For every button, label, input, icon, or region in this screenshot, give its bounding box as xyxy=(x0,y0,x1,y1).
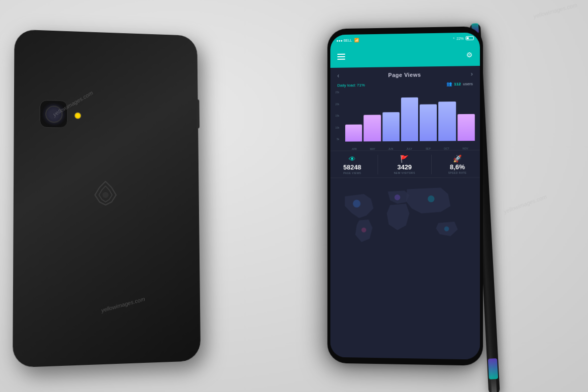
page-views-title: Page Views xyxy=(388,72,421,78)
speed-rate-metric-label: SPEED RATE xyxy=(448,171,467,174)
metric-divider-2 xyxy=(431,155,432,174)
users-icon: 👥 xyxy=(446,81,452,86)
x-label-oct: OCT xyxy=(444,147,449,150)
app-content: ‹ Page Views › Daily load: 71% 👥 112 use… xyxy=(330,66,480,360)
bar-group-may xyxy=(364,93,381,142)
stylus-bottom-accent xyxy=(488,358,498,379)
metrics-row: 👁 58248 PAGE VIEWS 🚩 3429 NEW VISITORS 🚀… xyxy=(330,150,480,178)
bar-sep xyxy=(420,105,437,141)
page-views-prev-button[interactable]: ‹ xyxy=(337,72,339,79)
watermark-text-1: yellowimages.com xyxy=(533,2,578,20)
chart-bars-area xyxy=(345,91,475,141)
watermark-text-3: yellowimages.com xyxy=(503,193,548,215)
camera-lens xyxy=(40,100,68,128)
phone-side-stripe xyxy=(197,100,200,129)
battery-fill xyxy=(467,37,469,39)
svg-point-2 xyxy=(395,194,400,200)
svg-point-1 xyxy=(353,200,360,208)
battery-percent: 22% xyxy=(456,37,463,40)
users-count-stat: 👥 112 users xyxy=(446,81,472,86)
page-views-header: ‹ Page Views › xyxy=(330,66,480,82)
hamburger-line-1 xyxy=(337,54,345,55)
status-left: ●●● BELL 📶 xyxy=(336,38,359,43)
hamburger-line-3 xyxy=(337,59,345,60)
bar-group-sep xyxy=(420,92,437,141)
metric-divider-1 xyxy=(377,155,378,174)
x-label-sep: SEP xyxy=(426,147,431,150)
settings-gear-icon[interactable]: ⚙ xyxy=(466,51,473,59)
chart-y-labels: 25k 20k 15k 10k 5k xyxy=(335,90,339,140)
phone-front: ●●● BELL 📶 * 22% ⚙ ‹ xyxy=(327,26,483,365)
users-label: users xyxy=(463,81,473,86)
phone-back xyxy=(13,29,201,367)
x-label-apr: APR xyxy=(352,147,357,150)
world-map-section xyxy=(330,178,480,259)
status-right: * 22% xyxy=(453,36,474,41)
x-label-july: JULY xyxy=(407,147,413,150)
flag-icon: 🚩 xyxy=(400,155,409,163)
new-visitors-value: 3429 xyxy=(397,164,412,170)
daily-load-label: Daily load: xyxy=(337,83,356,87)
svg-point-0 xyxy=(103,192,109,198)
users-value: 112 xyxy=(454,81,460,86)
y-label-25k: 25k xyxy=(335,90,339,93)
wifi-icon: 📶 xyxy=(354,38,359,42)
y-label-5k: 5k xyxy=(337,138,339,141)
rocket-icon: 🚀 xyxy=(453,155,462,163)
bar-group-jun xyxy=(382,92,400,141)
x-label-nov: NOV xyxy=(462,147,468,150)
carrier-text: ●●● BELL xyxy=(336,38,352,42)
hamburger-menu-button[interactable] xyxy=(337,54,345,60)
bar-jun xyxy=(382,112,400,141)
world-map-svg xyxy=(335,181,475,256)
battery-icon xyxy=(466,36,474,40)
bar-july xyxy=(401,97,418,141)
svg-point-5 xyxy=(444,227,449,232)
bar-nov xyxy=(457,114,475,141)
chart-x-labels: APR MAY JUN JULY SEP OCT NOV xyxy=(345,147,475,150)
y-label-15k: 15k xyxy=(335,114,339,117)
app-header: ⚙ xyxy=(330,44,480,68)
phone-screen: ●●● BELL 📶 * 22% ⚙ ‹ xyxy=(330,32,480,359)
stylus-tip xyxy=(491,379,497,392)
camera-flash xyxy=(74,112,81,119)
bar-apr xyxy=(345,125,362,142)
x-label-jun: JUN xyxy=(388,147,394,150)
speed-rate-value: 8,6% xyxy=(450,164,465,170)
y-label-20k: 20k xyxy=(335,103,339,106)
bar-oct xyxy=(439,102,456,141)
y-label-10k: 10k xyxy=(335,126,339,129)
daily-load-value: 71% xyxy=(357,82,365,87)
hamburger-line-2 xyxy=(337,56,345,57)
bar-group-july xyxy=(401,92,418,141)
bar-chart: 25k 20k 15k 10k 5k xyxy=(330,89,480,150)
x-label-may: MAY xyxy=(370,147,375,150)
page-views-metric-label: PAGE VIEWS xyxy=(343,171,361,174)
page-views-value: 58248 xyxy=(343,164,361,170)
status-bar: ●●● BELL 📶 * 22% xyxy=(330,32,480,46)
metric-page-views: 👁 58248 PAGE VIEWS xyxy=(343,155,361,174)
metric-speed-rate: 🚀 8,6% SPEED RATE xyxy=(448,154,467,174)
eye-icon: 👁 xyxy=(349,155,356,163)
bar-group-apr xyxy=(345,93,362,142)
svg-point-4 xyxy=(428,195,434,202)
metric-new-visitors: 🚩 3429 NEW VISITORS xyxy=(394,155,415,174)
daily-load-stat: Daily load: 71% xyxy=(337,82,365,87)
bluetooth-icon: * xyxy=(453,37,455,40)
svg-point-3 xyxy=(361,228,366,233)
phone-back-logo xyxy=(90,178,126,214)
new-visitors-metric-label: NEW VISITORS xyxy=(394,171,415,174)
page-views-next-button[interactable]: › xyxy=(471,70,473,77)
bar-group-nov xyxy=(457,91,475,141)
bar-may xyxy=(364,115,381,141)
bar-group-oct xyxy=(439,92,456,141)
